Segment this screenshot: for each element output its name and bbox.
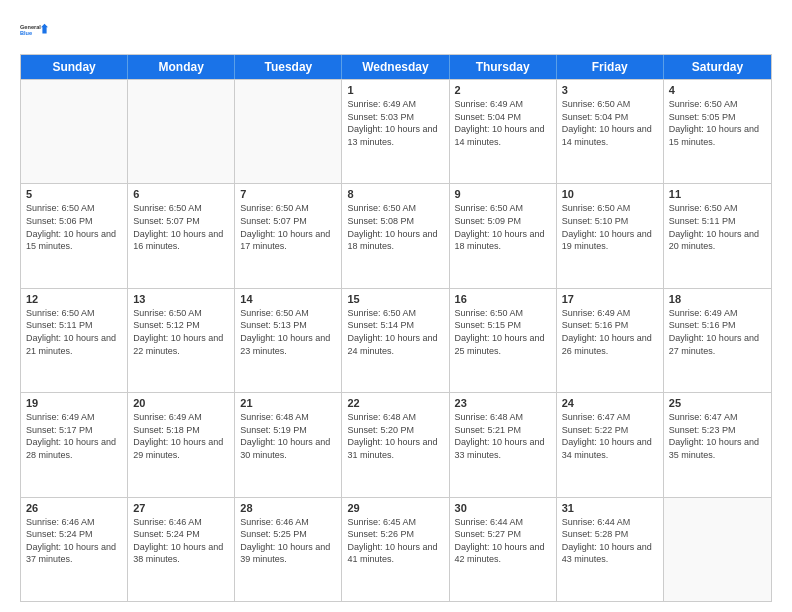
header-cell-monday: Monday — [128, 55, 235, 79]
cell-day-number: 9 — [455, 188, 551, 200]
week-row-5: 26Sunrise: 6:46 AMSunset: 5:24 PMDayligh… — [21, 497, 771, 601]
header-cell-tuesday: Tuesday — [235, 55, 342, 79]
cal-cell: 13Sunrise: 6:50 AMSunset: 5:12 PMDayligh… — [128, 289, 235, 392]
cell-day-number: 8 — [347, 188, 443, 200]
cal-cell: 2Sunrise: 6:49 AMSunset: 5:04 PMDaylight… — [450, 80, 557, 183]
cell-day-number: 22 — [347, 397, 443, 409]
cell-day-number: 27 — [133, 502, 229, 514]
cell-sun-info: Sunrise: 6:44 AMSunset: 5:27 PMDaylight:… — [455, 516, 551, 566]
logo-icon: GeneralBlue — [20, 16, 48, 44]
svg-marker-2 — [41, 24, 48, 34]
cal-cell: 15Sunrise: 6:50 AMSunset: 5:14 PMDayligh… — [342, 289, 449, 392]
cell-day-number: 17 — [562, 293, 658, 305]
cell-sun-info: Sunrise: 6:50 AMSunset: 5:12 PMDaylight:… — [133, 307, 229, 357]
cell-sun-info: Sunrise: 6:48 AMSunset: 5:21 PMDaylight:… — [455, 411, 551, 461]
cal-cell — [235, 80, 342, 183]
calendar-header: SundayMondayTuesdayWednesdayThursdayFrid… — [21, 55, 771, 79]
cal-cell: 17Sunrise: 6:49 AMSunset: 5:16 PMDayligh… — [557, 289, 664, 392]
cal-cell: 19Sunrise: 6:49 AMSunset: 5:17 PMDayligh… — [21, 393, 128, 496]
cell-day-number: 18 — [669, 293, 766, 305]
cell-sun-info: Sunrise: 6:50 AMSunset: 5:11 PMDaylight:… — [26, 307, 122, 357]
cell-sun-info: Sunrise: 6:46 AMSunset: 5:24 PMDaylight:… — [133, 516, 229, 566]
cal-cell: 18Sunrise: 6:49 AMSunset: 5:16 PMDayligh… — [664, 289, 771, 392]
cell-sun-info: Sunrise: 6:49 AMSunset: 5:16 PMDaylight:… — [562, 307, 658, 357]
cal-cell: 4Sunrise: 6:50 AMSunset: 5:05 PMDaylight… — [664, 80, 771, 183]
cell-sun-info: Sunrise: 6:46 AMSunset: 5:25 PMDaylight:… — [240, 516, 336, 566]
cal-cell: 21Sunrise: 6:48 AMSunset: 5:19 PMDayligh… — [235, 393, 342, 496]
cal-cell: 30Sunrise: 6:44 AMSunset: 5:27 PMDayligh… — [450, 498, 557, 601]
cell-day-number: 15 — [347, 293, 443, 305]
cal-cell: 12Sunrise: 6:50 AMSunset: 5:11 PMDayligh… — [21, 289, 128, 392]
cal-cell: 9Sunrise: 6:50 AMSunset: 5:09 PMDaylight… — [450, 184, 557, 287]
cal-cell: 6Sunrise: 6:50 AMSunset: 5:07 PMDaylight… — [128, 184, 235, 287]
cell-day-number: 11 — [669, 188, 766, 200]
cell-sun-info: Sunrise: 6:50 AMSunset: 5:07 PMDaylight:… — [133, 202, 229, 252]
cal-cell: 5Sunrise: 6:50 AMSunset: 5:06 PMDaylight… — [21, 184, 128, 287]
cal-cell — [21, 80, 128, 183]
cell-day-number: 28 — [240, 502, 336, 514]
cell-day-number: 3 — [562, 84, 658, 96]
cell-sun-info: Sunrise: 6:46 AMSunset: 5:24 PMDaylight:… — [26, 516, 122, 566]
cell-day-number: 26 — [26, 502, 122, 514]
cell-sun-info: Sunrise: 6:50 AMSunset: 5:07 PMDaylight:… — [240, 202, 336, 252]
week-row-4: 19Sunrise: 6:49 AMSunset: 5:17 PMDayligh… — [21, 392, 771, 496]
cell-sun-info: Sunrise: 6:49 AMSunset: 5:18 PMDaylight:… — [133, 411, 229, 461]
cal-cell: 11Sunrise: 6:50 AMSunset: 5:11 PMDayligh… — [664, 184, 771, 287]
cell-sun-info: Sunrise: 6:48 AMSunset: 5:20 PMDaylight:… — [347, 411, 443, 461]
cal-cell — [128, 80, 235, 183]
cell-day-number: 12 — [26, 293, 122, 305]
cal-cell: 24Sunrise: 6:47 AMSunset: 5:22 PMDayligh… — [557, 393, 664, 496]
cell-sun-info: Sunrise: 6:48 AMSunset: 5:19 PMDaylight:… — [240, 411, 336, 461]
cal-cell: 16Sunrise: 6:50 AMSunset: 5:15 PMDayligh… — [450, 289, 557, 392]
cell-day-number: 16 — [455, 293, 551, 305]
cell-sun-info: Sunrise: 6:49 AMSunset: 5:04 PMDaylight:… — [455, 98, 551, 148]
cal-cell: 26Sunrise: 6:46 AMSunset: 5:24 PMDayligh… — [21, 498, 128, 601]
cal-cell: 22Sunrise: 6:48 AMSunset: 5:20 PMDayligh… — [342, 393, 449, 496]
week-row-2: 5Sunrise: 6:50 AMSunset: 5:06 PMDaylight… — [21, 183, 771, 287]
cell-day-number: 6 — [133, 188, 229, 200]
cell-day-number: 23 — [455, 397, 551, 409]
cell-sun-info: Sunrise: 6:50 AMSunset: 5:04 PMDaylight:… — [562, 98, 658, 148]
cell-sun-info: Sunrise: 6:50 AMSunset: 5:09 PMDaylight:… — [455, 202, 551, 252]
header-cell-friday: Friday — [557, 55, 664, 79]
cell-day-number: 29 — [347, 502, 443, 514]
cell-day-number: 31 — [562, 502, 658, 514]
cell-day-number: 7 — [240, 188, 336, 200]
cal-cell: 28Sunrise: 6:46 AMSunset: 5:25 PMDayligh… — [235, 498, 342, 601]
cal-cell: 3Sunrise: 6:50 AMSunset: 5:04 PMDaylight… — [557, 80, 664, 183]
header-cell-saturday: Saturday — [664, 55, 771, 79]
cell-day-number: 25 — [669, 397, 766, 409]
week-row-3: 12Sunrise: 6:50 AMSunset: 5:11 PMDayligh… — [21, 288, 771, 392]
cell-day-number: 13 — [133, 293, 229, 305]
cell-sun-info: Sunrise: 6:50 AMSunset: 5:13 PMDaylight:… — [240, 307, 336, 357]
cell-day-number: 1 — [347, 84, 443, 96]
cell-sun-info: Sunrise: 6:50 AMSunset: 5:15 PMDaylight:… — [455, 307, 551, 357]
cell-day-number: 21 — [240, 397, 336, 409]
cell-sun-info: Sunrise: 6:50 AMSunset: 5:11 PMDaylight:… — [669, 202, 766, 252]
cell-day-number: 24 — [562, 397, 658, 409]
cell-sun-info: Sunrise: 6:50 AMSunset: 5:14 PMDaylight:… — [347, 307, 443, 357]
cell-sun-info: Sunrise: 6:47 AMSunset: 5:23 PMDaylight:… — [669, 411, 766, 461]
logo: GeneralBlue — [20, 16, 48, 44]
svg-text:General: General — [20, 24, 41, 30]
cal-cell: 20Sunrise: 6:49 AMSunset: 5:18 PMDayligh… — [128, 393, 235, 496]
header-cell-sunday: Sunday — [21, 55, 128, 79]
svg-text:Blue: Blue — [20, 30, 32, 36]
cell-sun-info: Sunrise: 6:50 AMSunset: 5:06 PMDaylight:… — [26, 202, 122, 252]
cell-sun-info: Sunrise: 6:45 AMSunset: 5:26 PMDaylight:… — [347, 516, 443, 566]
calendar-body: 1Sunrise: 6:49 AMSunset: 5:03 PMDaylight… — [21, 79, 771, 601]
cell-day-number: 4 — [669, 84, 766, 96]
cell-day-number: 2 — [455, 84, 551, 96]
cal-cell: 14Sunrise: 6:50 AMSunset: 5:13 PMDayligh… — [235, 289, 342, 392]
header-cell-wednesday: Wednesday — [342, 55, 449, 79]
week-row-1: 1Sunrise: 6:49 AMSunset: 5:03 PMDaylight… — [21, 79, 771, 183]
cell-sun-info: Sunrise: 6:49 AMSunset: 5:03 PMDaylight:… — [347, 98, 443, 148]
calendar: SundayMondayTuesdayWednesdayThursdayFrid… — [20, 54, 772, 602]
cell-day-number: 30 — [455, 502, 551, 514]
cal-cell: 27Sunrise: 6:46 AMSunset: 5:24 PMDayligh… — [128, 498, 235, 601]
cal-cell: 1Sunrise: 6:49 AMSunset: 5:03 PMDaylight… — [342, 80, 449, 183]
header-cell-thursday: Thursday — [450, 55, 557, 79]
cal-cell: 23Sunrise: 6:48 AMSunset: 5:21 PMDayligh… — [450, 393, 557, 496]
cell-day-number: 14 — [240, 293, 336, 305]
cell-sun-info: Sunrise: 6:50 AMSunset: 5:08 PMDaylight:… — [347, 202, 443, 252]
